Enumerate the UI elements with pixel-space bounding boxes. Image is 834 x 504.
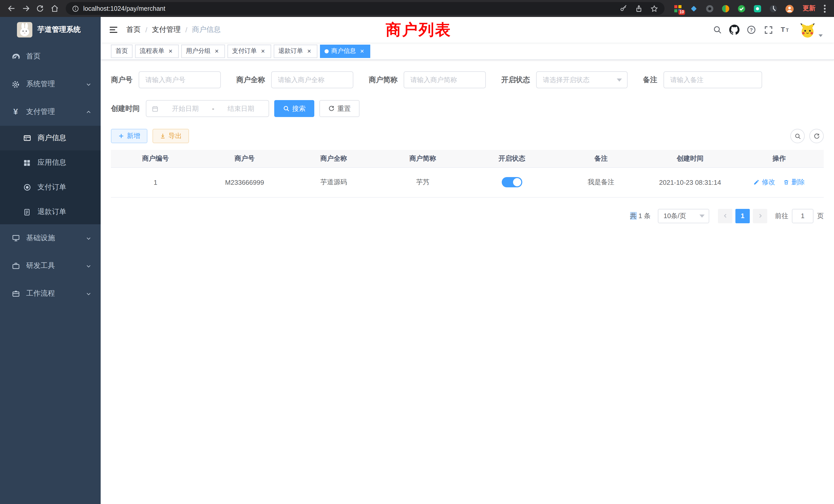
svg-text:T: T <box>786 28 789 33</box>
bookmark-star-icon[interactable] <box>650 4 658 13</box>
sidebar-item-label: 首页 <box>26 52 41 61</box>
goto-label: 前往 <box>775 211 788 221</box>
add-button[interactable]: 新增 <box>111 129 147 143</box>
close-icon[interactable] <box>306 47 313 55</box>
update-button[interactable]: 更新 <box>798 3 820 14</box>
search-button[interactable]: 搜索 <box>274 100 314 117</box>
filter-remark: 备注 <box>643 71 762 88</box>
back-button[interactable] <box>4 1 19 16</box>
close-icon[interactable] <box>259 47 266 55</box>
merchant-page: 商户号 商户全称 商户简称 开启状态 请选择开启状态 备注 <box>101 60 834 504</box>
forward-button[interactable] <box>19 1 33 16</box>
filter-create-time: 创建时间 开始日期 - 结束日期 <box>111 100 269 117</box>
sidebar-item-devtools[interactable]: 研发工具 <box>0 252 101 280</box>
sidebar-item-system[interactable]: 系统管理 <box>0 70 101 98</box>
home-button[interactable] <box>47 1 62 16</box>
browser-menu-button[interactable] <box>820 4 830 13</box>
sidebar-item-pay-order[interactable]: 支付订单 <box>0 175 101 200</box>
key-icon[interactable] <box>619 4 628 13</box>
short-name-input[interactable] <box>404 71 486 88</box>
profile-avatar-icon[interactable] <box>785 4 793 13</box>
chevron-up-icon <box>86 109 91 115</box>
sidebar-item-workflow[interactable]: 工作流程 <box>0 280 101 307</box>
search-button-label: 搜索 <box>292 104 306 113</box>
chevron-down-icon <box>86 291 91 296</box>
full-name-label: 商户全称 <box>236 75 265 85</box>
extension-dark-icon[interactable] <box>706 4 714 13</box>
col-merchant-no: 商户号 <box>200 150 289 167</box>
create-time-label: 创建时间 <box>111 104 140 113</box>
app-logo[interactable]: 芋道管理系统 <box>0 17 101 43</box>
remark-input[interactable] <box>663 71 762 88</box>
cell-status <box>467 167 556 197</box>
font-size-button[interactable]: TT <box>778 23 792 37</box>
help-button[interactable]: ? <box>744 23 759 37</box>
page-button-1[interactable]: 1 <box>736 209 750 223</box>
url-text: localhost:1024/pay/merchant <box>83 5 166 12</box>
sidebar-item-merchant-info[interactable]: 商户信息 <box>0 126 101 151</box>
refresh-table-button[interactable] <box>809 129 824 143</box>
extension-blue-icon[interactable] <box>690 4 698 13</box>
sidebar-item-label: 退款订单 <box>38 207 66 216</box>
close-icon[interactable] <box>167 47 174 55</box>
tab-home[interactable]: 首页 <box>111 44 132 58</box>
total-prefix: 共 <box>630 212 637 220</box>
goto-page-input[interactable] <box>792 209 813 223</box>
merchant-no-input[interactable] <box>139 71 221 88</box>
chevron-right-icon <box>757 213 763 219</box>
status-toggle[interactable] <box>502 177 522 187</box>
extension-green-square-icon[interactable] <box>753 4 762 13</box>
breadcrumb-payment[interactable]: 支付管理 <box>152 25 181 35</box>
extension-check-icon[interactable] <box>738 4 746 13</box>
date-range-picker[interactable]: 开始日期 - 结束日期 <box>146 100 269 117</box>
sidebar-item-app-info[interactable]: 应用信息 <box>0 151 101 175</box>
edit-button[interactable]: 修改 <box>754 178 775 187</box>
sidebar-item-refund-order[interactable]: 退款订单 <box>0 200 101 224</box>
sidebar-item-infra[interactable]: 基础设施 <box>0 224 101 252</box>
edit-icon <box>754 179 760 185</box>
status-select[interactable]: 请选择开启状态 <box>536 71 628 88</box>
export-button[interactable]: 导出 <box>153 129 189 143</box>
fullscreen-button[interactable] <box>761 23 775 37</box>
extension-pinwheel-icon[interactable] <box>769 4 777 13</box>
tab-merchant-info[interactable]: 商户信息 <box>320 44 370 58</box>
share-icon[interactable] <box>635 4 643 13</box>
tab-process-form[interactable]: 流程表单 <box>135 44 179 58</box>
prev-page-button[interactable] <box>718 209 732 223</box>
github-button[interactable] <box>727 23 742 37</box>
extension-duotone-icon[interactable] <box>722 4 730 13</box>
tab-refund-order[interactable]: 退款订单 <box>274 44 317 58</box>
reload-button[interactable] <box>33 1 47 16</box>
sidebar-item-payment[interactable]: ¥ 支付管理 <box>0 98 101 126</box>
cell-actions: 修改 删除 <box>734 167 824 197</box>
close-icon[interactable] <box>213 47 220 55</box>
sidebar-item-label: 商户信息 <box>38 134 66 143</box>
col-short-name: 商户简称 <box>378 150 467 167</box>
col-status: 开启状态 <box>467 150 556 167</box>
pagination-total: 共 1 条 <box>630 211 651 221</box>
tab-pay-order[interactable]: 支付订单 <box>227 44 271 58</box>
delete-button[interactable]: 删除 <box>783 178 805 187</box>
app-grid-icon <box>23 158 31 167</box>
reset-button[interactable]: 重置 <box>320 100 359 117</box>
kebab-icon <box>824 4 826 13</box>
short-name-label: 商户简称 <box>369 75 397 85</box>
merchant-table: 商户编号 商户号 商户全称 商户简称 开启状态 备注 创建时间 操作 1 M23… <box>111 150 824 197</box>
tab-user-group[interactable]: 用户分组 <box>181 44 225 58</box>
full-name-input[interactable] <box>271 71 353 88</box>
status-label: 开启状态 <box>501 75 530 85</box>
close-icon[interactable] <box>358 47 366 55</box>
col-remark: 备注 <box>556 150 645 167</box>
font-size-icon: TT <box>780 25 791 35</box>
breadcrumb-home[interactable]: 首页 <box>126 25 141 35</box>
address-bar[interactable]: localhost:1024/pay/merchant <box>66 2 664 15</box>
next-page-button[interactable] <box>753 209 767 223</box>
user-menu[interactable] <box>799 22 823 38</box>
toggle-search-button[interactable] <box>790 129 805 143</box>
breadcrumb: 首页 / 支付管理 / 商户信息 <box>126 25 221 35</box>
sidebar-item-home[interactable]: 首页 <box>0 43 101 70</box>
page-size-select[interactable]: 10条/页 <box>658 209 709 223</box>
extension-colorgrid-icon[interactable]: 10 <box>674 4 682 13</box>
hamburger-button[interactable] <box>101 25 126 35</box>
header-search-button[interactable] <box>710 23 725 37</box>
